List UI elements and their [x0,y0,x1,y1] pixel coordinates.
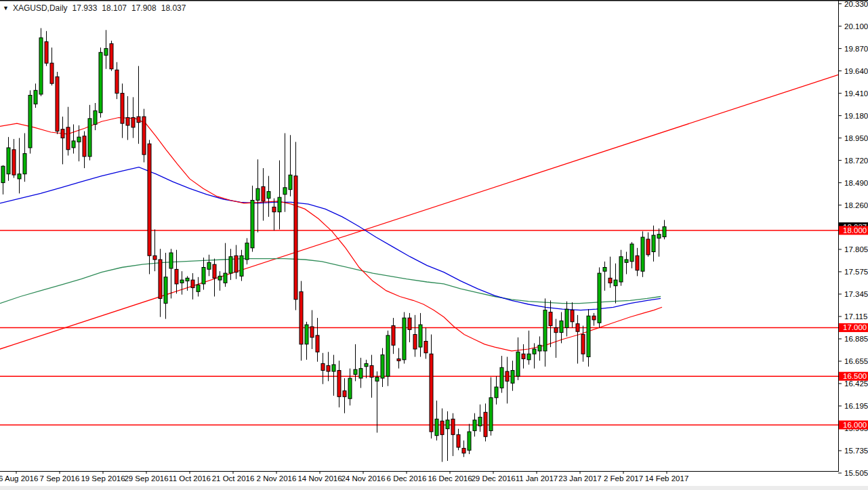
time-axis-label: 6 Dec 2016 [387,474,427,483]
candle-body [370,365,373,377]
candle-body [272,207,276,212]
price-axis-label: 19.180 [844,112,868,120]
candle-body [565,309,569,327]
candle-body [397,359,400,361]
candle-body [527,354,531,360]
price-axis-label: 15.505 [844,469,868,477]
candle-body [571,310,574,322]
price-axis-label: 17.115 [844,312,867,321]
candle-body [18,174,21,179]
candle-body [365,364,368,367]
price-axis[interactable]: 20.33020.10019.87019.64019.41019.18018.9… [838,0,868,477]
candle-body [110,43,113,68]
price-axis-label: 18.260 [844,201,868,209]
candle-body [625,260,628,262]
price-axis-label: 17.805 [844,245,868,253]
candle-body [104,49,108,56]
time-axis-label: 24 Nov 2016 [341,474,385,483]
candle-body [45,42,48,64]
candle-body [83,136,86,157]
candle-body [359,369,363,378]
candle-body [646,239,650,255]
time-axis-label: 14 Feb 2017 [645,474,689,483]
candle-body [137,117,140,123]
price-axis-label: 16.655 [844,357,868,365]
candle-body [66,127,70,150]
time-axis[interactable]: 26 Aug 20167 Sep 201619 Sep 201629 Sep 2… [0,471,688,483]
candle-body [77,137,81,142]
candle-body [489,398,493,431]
candle-body [256,188,260,200]
candle-body [283,188,287,195]
candle-body [598,273,601,323]
candle-body [251,201,254,248]
uptrend-line[interactable] [0,75,838,349]
ma-red-line [0,118,662,351]
candle-body [543,310,547,351]
candle-body [175,269,178,284]
ma-green-line [0,259,661,304]
one-click-trading-collapse-icon[interactable]: ▼ [3,5,9,12]
candle-body [343,391,346,397]
time-axis-label: 2 Nov 2016 [257,474,297,483]
close-value: 18.037 [161,3,186,13]
candle-body [337,371,341,397]
candle-body [61,129,64,138]
candle-body [554,328,558,333]
candle-body [218,276,222,280]
candle-body [641,237,644,271]
candle-body [495,387,498,398]
candle-body [603,268,606,272]
time-axis-label: 21 Oct 2016 [212,474,255,483]
candle-body [619,257,623,282]
candle-body [34,90,37,104]
candle-body [424,342,428,353]
candle-body [419,325,422,347]
ma-blue-line [0,167,661,310]
candle-body [332,365,335,371]
candle-body [505,371,509,381]
candle-body [630,244,634,262]
candle-body [262,186,265,201]
candle-body [240,256,243,276]
candle-body [94,110,97,124]
candle-body [522,354,525,359]
price-axis-label: 18.720 [844,157,868,165]
time-axis-label: 14 Nov 2016 [297,474,342,483]
high-value: 18.107 [102,3,127,13]
candle-body [430,354,433,432]
time-axis-label: 23 Jan 2017 [558,474,601,483]
candle-body [560,321,563,332]
symbol-timeframe-label: XAGUSD,Daily [13,3,68,13]
candle-body [348,378,352,399]
key-level-lines-layer [0,75,838,425]
price-axis-label: 16.195 [844,402,868,410]
candle-body [473,420,476,431]
candle-body [294,176,297,300]
candle-body [636,256,639,270]
candle-body [7,148,10,174]
candle-body [435,419,438,435]
candle-body [299,291,303,344]
candle-body [408,318,411,329]
time-axis-label: 7 Sep 2016 [40,474,80,483]
candle-body [88,119,91,157]
candle-body [289,175,292,190]
candle-body [511,371,514,384]
candle-body [549,312,552,326]
price-axis-label: 19.410 [844,89,868,98]
candle-body [39,38,43,94]
candle-body [305,325,308,344]
price-axis-label: 15.735 [844,447,868,455]
time-axis-label: 11 Oct 2016 [169,474,211,483]
candle-body [440,421,444,434]
time-axis-label: 29 Dec 2016 [471,474,515,483]
candle-body [202,268,205,284]
price-chart-surface[interactable]: 20.33020.10019.87019.64019.41019.18018.9… [0,0,868,490]
candle-body [153,256,157,260]
candle-body [516,352,520,376]
price-axis-label: 19.870 [844,45,868,53]
candle-body [446,420,449,429]
candles-layer [1,28,666,462]
candle-body [278,197,281,212]
